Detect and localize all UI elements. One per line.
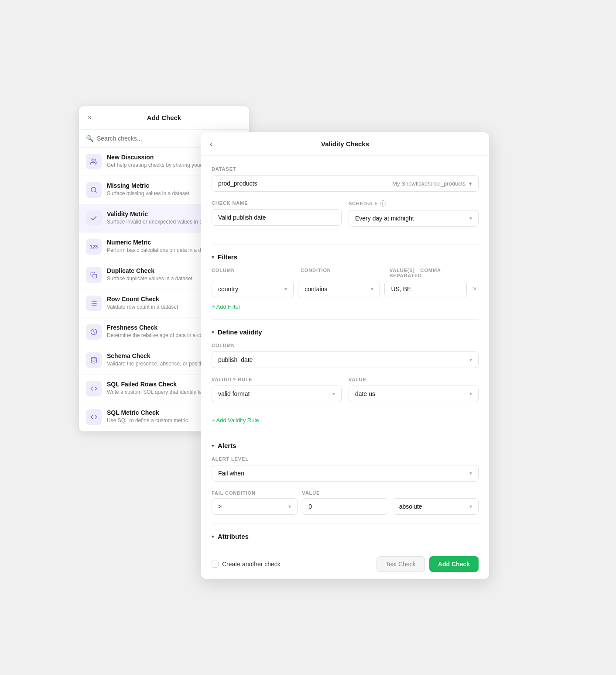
code-icon (86, 409, 102, 425)
define-column-group: COLUMN publish_date ▾ (212, 343, 479, 368)
validity-rule-row: VALIDITY RULE valid format ▾ VALUE date … (212, 377, 479, 411)
search-icon: 🔍 (86, 135, 93, 142)
fail-column-labels: FAIL CONDITION VALUE (212, 490, 479, 496)
validity-panel-header: ‹ Validity Checks (201, 132, 489, 156)
schedule-group: SCHEDULE i Every day at midnight ▾ (349, 200, 479, 227)
dataset-source: My Snowflake/prod_products (392, 180, 465, 187)
chevron-down-icon: ▾ (212, 443, 214, 449)
back-icon: ‹ (210, 139, 212, 148)
filter-column-select[interactable]: country ▾ (212, 281, 294, 297)
validity-value-group: VALUE date us ▾ (349, 377, 479, 402)
fail-value: 0 (308, 503, 312, 510)
filter-value-label: VALUE(S) - COMMA SEPARATED (390, 268, 474, 278)
alert-level-select[interactable]: Fail when ▾ (212, 465, 479, 482)
test-check-button[interactable]: Test Check (376, 556, 425, 572)
chevron-down-icon: ▾ (469, 215, 472, 221)
panel-header: × Add Check (79, 106, 249, 130)
validity-value: date us (355, 390, 375, 397)
fail-value-label: VALUE (302, 490, 388, 496)
svg-point-0 (92, 159, 94, 161)
attributes-section-title: Attributes (218, 533, 249, 540)
filters-section-header: ▾ Filters (212, 253, 479, 261)
define-column-label: COLUMN (212, 343, 479, 348)
fail-row: > ▾ 0 absolute ▾ (212, 498, 479, 515)
schedule-label: SCHEDULE i (349, 200, 479, 207)
attributes-section-header: ▾ Attributes (212, 533, 479, 540)
create-another-checkbox[interactable] (212, 561, 219, 568)
fail-condition-label: FAIL CONDITION (212, 490, 298, 496)
info-icon: i (380, 200, 386, 207)
dataset-name: prod_products (218, 180, 257, 187)
validity-panel: ‹ Validity Checks DATASET prod_products … (201, 132, 489, 579)
validity-value-label: VALUE (349, 377, 479, 382)
dataset-source-group: My Snowflake/prod_products ▾ (392, 180, 472, 187)
database-icon (86, 352, 102, 368)
validity-value-select[interactable]: date us ▾ (349, 386, 479, 402)
alerts-section-title: Alerts (218, 442, 236, 449)
validity-panel-body: DATASET prod_products My Snowflake/prod_… (201, 156, 489, 549)
validity-rule-value: valid format (218, 390, 250, 397)
validity-rule-label: VALIDITY RULE (212, 377, 342, 382)
numeric-icon: 123 (86, 239, 102, 255)
chevron-down-icon: ▾ (371, 286, 373, 292)
fail-condition-select[interactable]: > ▾ (212, 498, 298, 515)
filter-column-labels: COLUMN CONDITION VALUE(S) - COMMA SEPARA… (212, 268, 479, 278)
chevron-down-icon: ▾ (469, 357, 472, 363)
validity-panel-title: Validity Checks (321, 140, 369, 148)
check-name-field[interactable]: Valid publish date (212, 209, 342, 226)
add-validity-rule-button[interactable]: + Add Validity Rule (212, 417, 259, 424)
filter-column-value: country (218, 286, 238, 293)
fail-condition-value: > (218, 503, 222, 510)
list-icon (86, 296, 102, 311)
divider (212, 319, 479, 320)
filter-column-label: COLUMN (212, 268, 296, 278)
close-icon: × (88, 114, 92, 121)
validity-rule-group: VALIDITY RULE valid format ▾ (212, 377, 342, 402)
chevron-down-icon: ▾ (288, 503, 291, 510)
search-icon (86, 182, 102, 198)
remove-filter-button[interactable]: × (471, 283, 479, 295)
define-validity-section-header: ▾ Define validity (212, 328, 479, 336)
alert-level-group: ALERT LEVEL Fail when ▾ (212, 456, 479, 482)
svg-rect-3 (93, 274, 97, 278)
alerts-section-header: ▾ Alerts (212, 442, 479, 449)
validity-rule-select[interactable]: valid format ▾ (212, 386, 342, 402)
chevron-down-icon: ▾ (212, 534, 214, 540)
svg-point-11 (91, 357, 96, 359)
chevron-down-icon: ▾ (212, 254, 214, 260)
chevron-down-icon: ▾ (469, 503, 472, 510)
add-filter-button[interactable]: + Add Filter (212, 303, 240, 310)
schedule-value: Every day at midnight (355, 215, 414, 222)
filter-condition-select[interactable]: contains ▾ (298, 281, 380, 297)
alert-level-label: ALERT LEVEL (212, 456, 479, 461)
create-another-text: Create another check (222, 561, 281, 568)
divider (212, 523, 479, 524)
fail-value-field[interactable]: 0 (302, 498, 388, 515)
filter-value-field[interactable]: US, BE (384, 281, 466, 297)
close-button[interactable]: × (86, 112, 93, 124)
filter-condition-label: CONDITION (301, 268, 385, 278)
chevron-down-icon: ▾ (332, 391, 335, 397)
define-column-select[interactable]: publish_date ▾ (212, 351, 479, 368)
panel-title: Add Check (147, 114, 181, 121)
chevron-down-icon: ▾ (212, 329, 214, 335)
fail-type-select[interactable]: absolute ▾ (393, 498, 479, 515)
filter-condition-value: contains (305, 286, 327, 293)
chevron-down-icon: ▾ (469, 180, 472, 187)
add-check-button[interactable]: Add Check (429, 556, 479, 572)
chevron-down-icon: ▾ (284, 286, 287, 292)
back-button[interactable]: ‹ (208, 138, 214, 150)
check-name-schedule-row: CHECK NAME Valid publish date SCHEDULE i… (212, 200, 479, 235)
footer-buttons: Test Check Add Check (376, 556, 479, 572)
copy-icon (86, 267, 102, 283)
dataset-label: DATASET (212, 166, 479, 172)
chevron-down-icon: ▾ (469, 470, 472, 476)
users-icon (86, 154, 102, 169)
schedule-select[interactable]: Every day at midnight ▾ (349, 210, 479, 227)
clock-icon (86, 324, 102, 340)
define-column-value: publish_date (218, 356, 253, 363)
create-another-label[interactable]: Create another check (212, 561, 281, 568)
check-name-value: Valid publish date (218, 214, 266, 221)
dataset-select[interactable]: prod_products My Snowflake/prod_products… (212, 175, 479, 192)
svg-line-2 (95, 191, 96, 193)
